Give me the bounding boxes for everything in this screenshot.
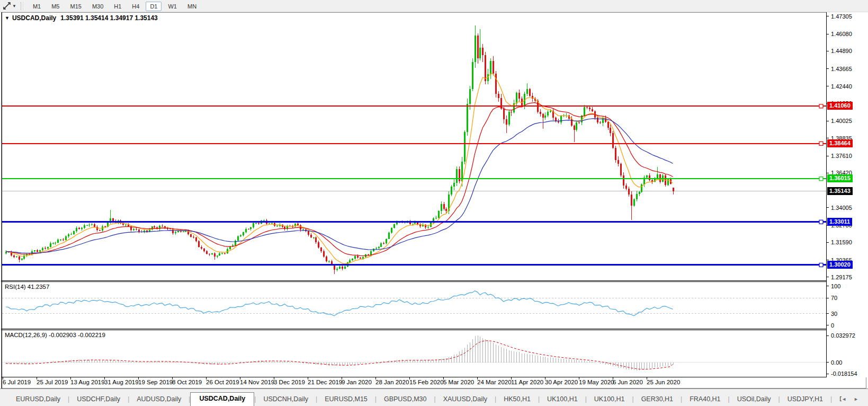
date-axis-label: 14 Nov 2019 <box>240 379 274 385</box>
price-axis-tick-mark <box>827 51 829 51</box>
macd-axis-tick-mark <box>827 336 829 336</box>
price-axis-tick-mark <box>827 68 829 69</box>
tabs-scroll-right-icon[interactable]: ► <box>854 396 858 402</box>
rsi-label: RSI(14) 41.2357 <box>5 284 49 290</box>
timeframe-button-mn[interactable]: MN <box>183 2 201 11</box>
chart-tabs: EURUSD,Daily|USDCHF,Daily|AUDUSD,Daily|U… <box>0 391 842 406</box>
price-axis-tick: 1.44890 <box>831 48 852 55</box>
price-axis-tick-mark <box>827 173 829 173</box>
pane-separator[interactable] <box>1 280 867 281</box>
timeframe-button-m30[interactable]: M30 <box>88 2 108 11</box>
date-axis-label: 26 Oct 2019 <box>206 379 239 385</box>
rsi-axis-tick: 100 <box>831 283 840 290</box>
rsi-axis-tick: 0 <box>831 322 834 329</box>
macd-axis-tick: -0.018154 <box>831 370 857 377</box>
timeframe-button-m1[interactable]: M1 <box>29 2 45 11</box>
tab-dj30-m15[interactable]: DJ30,M15 <box>832 393 842 406</box>
line-handle[interactable] <box>819 177 823 181</box>
rsi-axis-tick-mark <box>827 298 829 298</box>
moving-average-8 <box>6 74 673 264</box>
macd-axis-tick: 0.032972 <box>831 332 855 339</box>
date-axis-label: 9 Jan 2020 <box>342 379 372 385</box>
price-axis-tick: 1.47305 <box>831 13 852 20</box>
timeframe-button-d1[interactable]: D1 <box>146 2 162 11</box>
rsi-axis-tick-mark <box>827 286 829 286</box>
date-axis-label: 15 Feb 2020 <box>409 379 444 385</box>
tab-usdjpy-h1[interactable]: USDJPY,H1 <box>780 393 830 406</box>
tab-eurusd-m15[interactable]: EURUSD,M15 <box>317 393 375 406</box>
mt4-application-window: ▼ M1M5M15M30H1H4D1W1MN ▼USDCAD,Daily1.35… <box>0 0 868 406</box>
rsi-axis-tick-mark <box>827 313 829 314</box>
candlestick-series <box>5 25 674 274</box>
date-axis-label: 19 May 2020 <box>579 379 614 385</box>
chart-title: ▼USDCAD,Daily1.35391 1.35414 1.34917 1.3… <box>5 14 158 22</box>
tab-fra40-h1[interactable]: FRA40,H1 <box>682 393 728 406</box>
date-axis-label: 11 Apr 2020 <box>511 379 543 385</box>
date-axis-label: 3 Dec 2019 <box>274 379 305 385</box>
current-price-label: 1.35143 <box>827 187 853 195</box>
date-axis-label: 30 Apr 2020 <box>545 379 578 385</box>
tab-usdcad-daily[interactable]: USDCAD,Daily <box>190 392 254 406</box>
dropdown-caret-icon: ▼ <box>12 4 16 8</box>
price-line-label: 1.38464 <box>827 139 853 147</box>
date-axis-label: 5 Mar 2020 <box>443 379 474 385</box>
rsi-line <box>6 291 673 316</box>
rsi-axis-tick: 70 <box>831 295 837 302</box>
line-handle[interactable] <box>819 142 823 145</box>
timeframe-button-h1[interactable]: H1 <box>110 2 126 11</box>
macd-canvas <box>2 330 826 377</box>
main-price-pane[interactable] <box>2 13 826 280</box>
chart-menu-icon[interactable]: ▼ <box>5 15 10 21</box>
line-handle[interactable] <box>819 263 823 267</box>
macd-indicator-pane[interactable] <box>2 330 826 377</box>
pane-separator[interactable] <box>1 329 867 329</box>
price-axis-tick: 1.31590 <box>831 239 852 246</box>
tab-xauusd-daily[interactable]: XAUUSD,Daily <box>436 393 495 406</box>
price-line-label: 1.30020 <box>827 261 853 269</box>
price-axis-tick-mark <box>827 242 829 243</box>
tab-audusd-daily[interactable]: AUDUSD,Daily <box>129 393 189 406</box>
tab-usdcnh-daily[interactable]: USDCNH,Daily <box>256 393 316 406</box>
rsi-axis-tick-mark <box>827 325 829 325</box>
price-axis-tick: 1.37610 <box>831 153 852 160</box>
tab-eurusd-daily[interactable]: EURUSD,Daily <box>8 393 68 406</box>
macd-label: MACD(12,26,9) -0.002903 -0.002219 <box>5 332 105 338</box>
price-axis-tick: 1.43665 <box>831 66 852 73</box>
price-line-label: 1.41060 <box>827 102 853 110</box>
toolbar-grip <box>21 2 23 10</box>
timeframe-buttons: M1M5M15M30H1H4D1W1MN <box>28 1 202 11</box>
rsi-indicator-pane[interactable] <box>2 282 826 329</box>
price-axis-tick-mark <box>827 121 829 121</box>
macd-axis-tick: 0.00 <box>831 359 842 366</box>
price-line-label: 1.33011 <box>827 218 852 226</box>
price-axis-tick: 1.29175 <box>831 274 852 281</box>
rsi-canvas <box>2 282 826 329</box>
tab-usoil-daily[interactable]: USOil,Daily <box>730 393 778 406</box>
chart-ohlc-values: 1.35391 1.35414 1.34917 1.35143 <box>60 14 158 22</box>
timeframes-toolbar: ▼ M1M5M15M30H1H4D1W1MN <box>0 0 868 12</box>
timeframe-button-m5[interactable]: M5 <box>47 2 64 11</box>
line-handle[interactable] <box>819 220 823 224</box>
timeframe-button-w1[interactable]: W1 <box>164 2 181 11</box>
timeframe-button-h4[interactable]: H4 <box>128 2 144 11</box>
tab-usdchf-daily[interactable]: USDCHF,Daily <box>69 393 128 406</box>
macd-signal-line <box>6 341 673 369</box>
tab-ger30-h1[interactable]: GER30,H1 <box>634 393 681 406</box>
tab-uk100-h1[interactable]: UK100,H1 <box>540 393 585 406</box>
price-axis-tick-mark <box>827 34 829 34</box>
date-axis[interactable]: 6 Jul 201925 Jul 201913 Aug 201931 Aug 2… <box>2 377 826 388</box>
date-axis-label: 28 Jan 2020 <box>375 379 409 385</box>
rsi-axis-tick: 30 <box>831 311 837 317</box>
price-axis-tick-mark <box>827 156 829 156</box>
tab-hk50-h1[interactable]: HK50,H1 <box>496 393 538 406</box>
date-axis-label: 19 Sep 2019 <box>138 379 173 385</box>
price-axis-tick-mark <box>827 16 829 16</box>
line-handle[interactable] <box>819 104 823 108</box>
date-axis-label: 31 Aug 2019 <box>104 379 139 385</box>
tab-gbpusd-m30[interactable]: GBPUSD,M30 <box>377 393 434 406</box>
chart-tools-button[interactable]: ▼ <box>3 2 19 10</box>
price-axis[interactable]: 1.473051.460801.448901.436651.424401.412… <box>827 12 868 377</box>
timeframe-button-m15[interactable]: M15 <box>66 2 85 11</box>
tabs-scroll-left-icon[interactable]: ◄ <box>842 396 846 402</box>
tab-uk100-h1[interactable]: UK100,H1 <box>587 393 632 406</box>
